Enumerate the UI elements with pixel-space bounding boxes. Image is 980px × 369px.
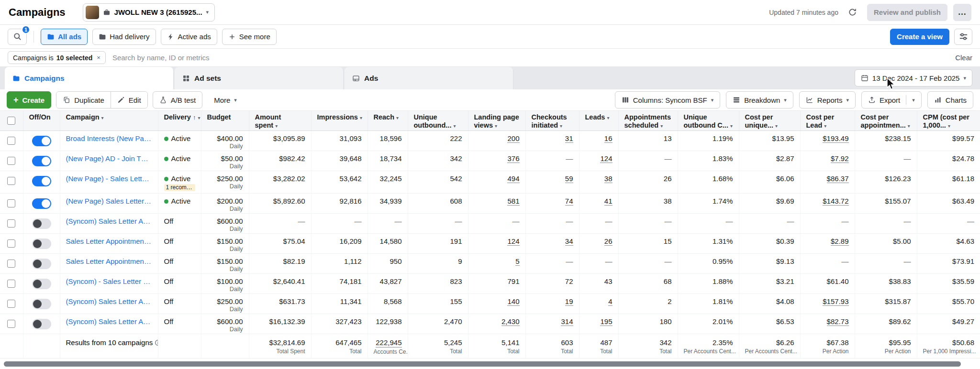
duplicate-button[interactable]: Duplicate <box>56 92 111 108</box>
campaign-name-link[interactable]: Sales Letter Appointments ... <box>66 257 152 266</box>
row-checkbox[interactable] <box>7 199 15 207</box>
campaign-name-link[interactable]: Sales Letter Appointments ... <box>66 237 152 246</box>
column-header-cost-per-lead[interactable]: Cost per Lead▾ <box>800 111 855 131</box>
more-button[interactable]: More▾ <box>207 91 244 109</box>
column-header-reach[interactable]: Reach▾ <box>368 111 408 131</box>
column-header-cost-per-unique[interactable]: Cost per unique...▾ <box>739 111 800 131</box>
breakdown-button[interactable]: Breakdown▾ <box>726 91 793 109</box>
review-publish-button[interactable]: Review and publish <box>867 4 947 21</box>
view-settings-button[interactable] <box>954 29 972 45</box>
column-header-unique-outbound[interactable]: Unique outbound...▾ <box>408 111 468 131</box>
campaign-toggle[interactable] <box>32 259 51 269</box>
search-input[interactable] <box>112 54 948 62</box>
campaign-name-link[interactable]: (Syncom) Sales Letter App... <box>66 217 152 226</box>
select-all-checkbox[interactable] <box>7 117 15 125</box>
tab-campaigns[interactable]: Campaigns <box>5 67 174 89</box>
more-options-button[interactable]: … <box>953 4 971 21</box>
cell-cpm: $49.27 <box>917 314 980 334</box>
row-checkbox[interactable] <box>7 320 15 328</box>
table-row: (New Page) Sales Letter Ap...Active$200.… <box>0 194 980 214</box>
campaign-name-link[interactable]: (New Page) - Sales Letter R... <box>66 174 152 183</box>
column-header-delivery[interactable]: Delivery↑▾ <box>158 111 201 131</box>
ab-test-button[interactable]: A/B test <box>153 91 203 109</box>
column-label: Impressions <box>317 113 358 121</box>
chevron-down-icon[interactable]: ▾ <box>912 98 915 103</box>
results-row: Results from 10 campaigns $32,814.69Tota… <box>0 334 980 358</box>
campaign-toggle[interactable] <box>32 239 51 249</box>
active-filter-chip[interactable]: Campaigns is 10 selected × <box>8 51 106 64</box>
campaign-toggle[interactable] <box>32 198 51 209</box>
column-header-campaign[interactable]: Campaign▾ <box>60 111 158 131</box>
campaign-name-link[interactable]: (Syncom) Sales Letter App... <box>66 317 152 326</box>
info-icon[interactable] <box>155 339 158 346</box>
horizontal-scrollbar-track[interactable] <box>0 358 980 369</box>
campaign-name-link[interactable]: Broad Interests (New Page)... <box>66 134 152 143</box>
column-header-off-on[interactable]: Off/On <box>23 111 60 131</box>
total-appointments-scheduled: 342Total <box>618 334 678 358</box>
row-checkbox[interactable] <box>7 280 15 288</box>
column-header-unique-outbound-c[interactable]: Unique outbound C...▾ <box>678 111 739 131</box>
reports-button[interactable]: Reports▾ <box>799 91 856 109</box>
row-checkbox[interactable] <box>7 300 15 308</box>
budget-type: Daily <box>207 206 243 212</box>
column-header-leads[interactable]: Leads▾ <box>579 111 618 131</box>
campaign-toggle[interactable] <box>32 319 51 329</box>
charts-button[interactable]: Charts <box>927 91 973 109</box>
date-range-selector[interactable]: 13 Dec 2024 - 17 Feb 2025 ▾ <box>855 69 972 87</box>
delivery-status: Active <box>164 154 195 163</box>
delivery-cell: Off <box>158 214 201 234</box>
folder-icon <box>47 33 55 41</box>
column-header-impressions[interactable]: Impressions▾ <box>311 111 368 131</box>
clear-filters-button[interactable]: Clear <box>955 54 972 62</box>
filter-chip-see-more[interactable]: See more <box>222 29 277 45</box>
edit-button[interactable]: Edit <box>111 92 147 108</box>
cell-cost-per-lead: — <box>800 214 855 234</box>
column-header-budget[interactable]: Budget <box>201 111 249 131</box>
column-header-cpm-cost-per-1-000[interactable]: CPM (cost per 1,000...▾ <box>917 111 980 131</box>
campaign-name-link[interactable]: (Syncom) - Sales Letter Ret... <box>66 277 152 286</box>
column-header-cost-per-appointmen[interactable]: Cost per appointmen...▾ <box>855 111 917 131</box>
account-selector[interactable]: JWOLL NEW 3 (2615925... ▾ <box>83 3 215 22</box>
create-view-button[interactable]: Create a view <box>890 29 949 45</box>
campaign-name-link[interactable]: (Syncom) Sales Letter App... <box>66 297 152 306</box>
campaign-toggle[interactable] <box>32 136 51 146</box>
columns-button[interactable]: Columns: Syncom BSF▾ <box>615 91 721 109</box>
filter-chip-had-delivery[interactable]: Had delivery <box>92 29 156 45</box>
active-dot-icon <box>164 177 168 181</box>
column-header-checkouts-initiated[interactable]: Checkouts initiated▾ <box>525 111 579 131</box>
campaign-name-link[interactable]: (New Page) AD - Join The ... <box>66 154 152 163</box>
cell-landing-page-views: 581 <box>468 194 525 214</box>
campaign-name-link[interactable]: (New Page) Sales Letter Ap... <box>66 197 152 206</box>
budget-cell: $250.00Daily <box>201 294 249 314</box>
delivery-status: Off <box>164 277 195 286</box>
row-checkbox[interactable] <box>7 219 15 228</box>
column-label: Unique outbound C... <box>684 113 728 129</box>
create-button[interactable]: +Create <box>7 91 51 109</box>
filter-chip-all-ads[interactable]: All ads <box>41 29 88 45</box>
columns-icon <box>622 96 629 104</box>
refresh-button[interactable] <box>844 4 861 21</box>
campaign-toggle[interactable] <box>32 156 51 166</box>
cell-leads: 16 <box>579 131 618 151</box>
campaign-toggle[interactable] <box>32 299 51 309</box>
row-checkbox[interactable] <box>7 157 15 165</box>
column-header-appointments-scheduled[interactable]: Appointments scheduled▾ <box>618 111 678 131</box>
row-checkbox[interactable] <box>7 239 15 248</box>
column-header-landing-page-views[interactable]: Landing page views▾ <box>468 111 525 131</box>
campaign-toggle[interactable] <box>32 218 51 229</box>
row-checkbox[interactable] <box>7 260 15 268</box>
tab-ad-sets[interactable]: Ad sets <box>175 67 344 89</box>
row-checkbox[interactable] <box>7 137 15 145</box>
filter-chip-active-ads[interactable]: Active ads <box>161 29 217 45</box>
horizontal-scrollbar-thumb[interactable] <box>4 361 961 367</box>
column-header-amount-spent[interactable]: Amount spent▾ <box>249 111 311 131</box>
campaign-toggle[interactable] <box>32 176 51 186</box>
recommendation-note[interactable]: 1 recommenda <box>164 184 195 191</box>
column-label: Budget <box>207 113 231 121</box>
campaign-toggle[interactable] <box>32 279 51 289</box>
tab-ads[interactable]: Ads <box>345 67 513 89</box>
row-checkbox[interactable] <box>7 177 15 185</box>
export-button[interactable]: Export▾ <box>861 91 922 109</box>
search-filters-button[interactable]: 1 <box>8 29 27 45</box>
close-icon[interactable]: × <box>97 54 100 61</box>
